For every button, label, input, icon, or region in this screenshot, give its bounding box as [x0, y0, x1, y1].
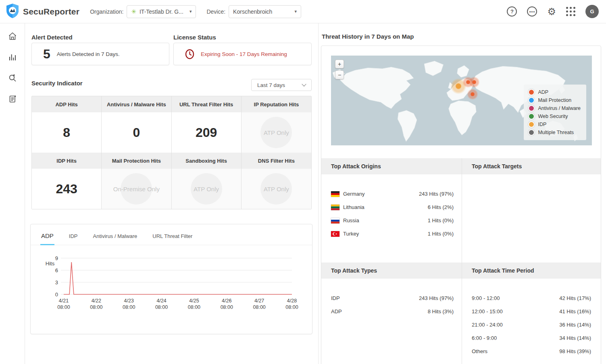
top-attack-targets-title: Top Attack Targets — [462, 158, 601, 174]
org-asterisk-icon: ✳ — [131, 8, 136, 14]
list-item: Turkey1 Hits (0%) — [331, 227, 454, 240]
shield-logo-icon — [6, 3, 19, 20]
list-item: Russia1 Hits (0%) — [331, 214, 454, 227]
legend-label: Antivirus / Malware — [538, 105, 581, 111]
alert-detected-card: 5 Alerts Detected in 7 Days. — [31, 43, 169, 65]
hits-value: 1 Hits (0%) — [428, 231, 454, 237]
si-value-cell: ATP Only — [172, 169, 242, 209]
legend-label: Multiple Threats — [538, 130, 574, 135]
svg-text:4/22: 4/22 — [92, 298, 101, 304]
si-value-cell: ATP Only — [242, 112, 311, 153]
device-label: Device: — [206, 8, 225, 15]
svg-text:08:00: 08:00 — [155, 304, 168, 310]
caret-down-icon: ▾ — [295, 9, 297, 14]
tab-url-threat-filter[interactable]: URL Threat Filter — [152, 233, 193, 245]
organization-select[interactable]: ✳ IT-Testlab Dr. G... ▾ — [127, 5, 196, 18]
clock-icon — [184, 49, 195, 60]
time-period-label: Others — [472, 348, 487, 354]
svg-text:08:00: 08:00 — [90, 304, 102, 310]
hits-value: 243 Hits (97%) — [419, 295, 454, 301]
list-item: 6:00 - 9:0034 Hits (14%) — [472, 331, 591, 345]
continent-greenland — [424, 61, 444, 76]
trend-line-chart: 0369Hits4/2108:004/2208:004/2308:004/240… — [31, 251, 313, 315]
svg-text:08:00: 08:00 — [285, 304, 298, 310]
legend-label: Web Security — [538, 114, 568, 119]
svg-text:0: 0 — [55, 292, 58, 298]
map-zoom-out-button[interactable]: − — [335, 70, 344, 79]
chevron-down-icon — [302, 82, 306, 86]
legend-item: Web Security — [528, 112, 581, 120]
flag-ru-icon — [331, 218, 339, 223]
more-icon[interactable]: ••• — [527, 6, 537, 17]
top-attack-types-title: Top Attack Types — [321, 263, 462, 279]
alert-count: 5 — [43, 47, 50, 62]
sidebar-item-investigate[interactable] — [0, 68, 25, 89]
attack-type-name: IDP — [331, 295, 340, 301]
security-indicator-title: Security Indicator — [31, 80, 83, 87]
hits-value: 243 Hits (97%) — [419, 191, 454, 197]
sidebar-item-analyzer[interactable] — [0, 47, 25, 68]
svg-text:08:00: 08:00 — [123, 304, 135, 310]
si-value-cell: 209 — [172, 112, 242, 153]
list-item: ADP8 Hits (3%) — [331, 305, 454, 318]
legend-dot-icon — [528, 89, 535, 95]
si-value-label: 8 — [63, 125, 70, 140]
tab-adp[interactable]: ADP — [40, 232, 54, 245]
si-header-cell: Sandboxing Hits — [172, 153, 242, 169]
list-item: 9:00 - 12:0042 Hits (17%) — [472, 292, 591, 305]
map-legend: ADPMail ProtectionAntivirus / MalwareWeb… — [524, 85, 586, 140]
hits-value: 41 Hits (16%) — [559, 308, 591, 314]
svg-text:4/21: 4/21 — [59, 298, 69, 304]
legend-label: Mail Protection — [538, 97, 571, 103]
top-attack-types-list: IDP243 Hits (97%)ADP8 Hits (3%) — [321, 279, 462, 364]
threat-marker-adp[interactable] — [469, 77, 480, 88]
tab-antivirus-malware[interactable]: Antivirus / Malware — [92, 233, 138, 245]
si-value-label: ATP Only — [264, 186, 289, 192]
svg-text:08:00: 08:00 — [188, 304, 200, 310]
si-header-label: IP Reputation Hits — [254, 101, 299, 108]
list-item: Germany243 Hits (97%) — [331, 187, 454, 201]
help-icon[interactable]: ? — [507, 6, 517, 17]
legend-dot-icon — [528, 105, 535, 112]
range-select[interactable]: Last 7 days — [251, 79, 312, 91]
world-map: + − ADPMail ProtectionAntivirus / Malwar… — [331, 56, 592, 145]
si-value-label: 243 — [56, 182, 77, 196]
right-panel: Threat History in 7 Days on Map — [319, 23, 606, 364]
home-icon — [8, 31, 17, 41]
flag-tr-icon — [331, 231, 339, 237]
threat-history-card: + − ADPMail ProtectionAntivirus / Malwar… — [321, 46, 601, 364]
settings-gear-icon[interactable]: ⚙ — [547, 7, 556, 17]
time-period-label: 6:00 - 9:00 — [472, 335, 497, 341]
top-attack-origins-title: Top Attack Origins — [321, 158, 462, 174]
organization-value: IT-Testlab Dr. G... — [140, 8, 183, 15]
securepoter-dashboard: SecuReporter Organization: ✳ IT-Testlab … — [0, 0, 606, 364]
top-header: SecuReporter Organization: ✳ IT-Testlab … — [0, 0, 606, 23]
top-attack-time-title: Top Attack Time Period — [462, 263, 601, 279]
threat-marker-adp[interactable] — [467, 89, 478, 100]
legend-label: ADP — [538, 89, 548, 95]
map-zoom-in-button[interactable]: + — [335, 60, 344, 68]
security-indicator-table: ADP HitsAntivirus / Malware HitsURL Thre… — [31, 96, 312, 209]
legend-dot-icon — [528, 129, 535, 136]
legend-item: Mail Protection — [528, 96, 581, 104]
top-attack-time-list: 9:00 - 12:0042 Hits (17%)12:00 - 15:0041… — [462, 279, 601, 364]
flag-lt-icon — [331, 205, 339, 210]
attack-summary-grid: Top Attack Origins Top Attack Targets Ge… — [321, 158, 601, 364]
apps-grid-icon[interactable] — [566, 7, 575, 16]
report-icon — [8, 94, 17, 104]
left-sidebar — [0, 23, 25, 364]
list-item: IDP243 Hits (97%) — [331, 292, 454, 305]
si-value-cell: ATP Only — [242, 169, 311, 209]
sidebar-item-report[interactable] — [0, 89, 25, 110]
svg-text:4/23: 4/23 — [124, 298, 134, 304]
si-value-label: 0 — [133, 125, 140, 140]
series-adp — [64, 262, 292, 294]
legend-item: IDP — [528, 120, 581, 128]
list-item: 12:00 - 15:0041 Hits (16%) — [472, 305, 591, 318]
trend-chart-card: ADPIDPAntivirus / MalwareURL Threat Filt… — [30, 224, 312, 334]
device-select[interactable]: Korschenbroich ▾ — [229, 5, 301, 18]
si-value-cell: 243 — [32, 169, 102, 209]
user-avatar[interactable]: G — [585, 5, 599, 18]
sidebar-item-home[interactable] — [0, 26, 25, 47]
tab-idp[interactable]: IDP — [68, 233, 79, 245]
